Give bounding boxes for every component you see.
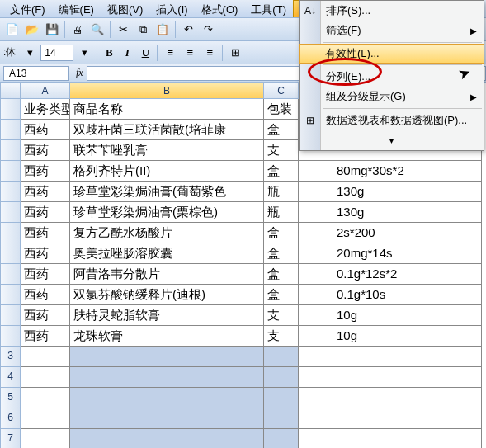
cell[interactable]: [21, 429, 70, 448]
fx-icon[interactable]: fx: [76, 67, 83, 79]
row-header[interactable]: [0, 182, 21, 202]
menu-item-分列[interactable]: 分列(E)...: [300, 67, 484, 87]
cell[interactable]: [70, 429, 264, 448]
cell[interactable]: 包装: [264, 99, 299, 120]
select-all-corner[interactable]: [0, 83, 21, 99]
row-header[interactable]: [0, 140, 21, 161]
cell[interactable]: 西药: [21, 182, 70, 202]
underline-button[interactable]: U: [137, 45, 153, 61]
cell[interactable]: [299, 202, 333, 223]
row-header[interactable]: [0, 243, 21, 264]
cell[interactable]: 20mg*14s: [333, 243, 482, 264]
row-header[interactable]: [0, 264, 21, 285]
copy-icon[interactable]: ⧉: [134, 21, 152, 39]
cell[interactable]: 支: [264, 140, 299, 161]
row-header[interactable]: 3: [0, 347, 21, 367]
cell[interactable]: 复方乙酰水杨酸片: [70, 223, 264, 243]
save-icon[interactable]: 💾: [43, 21, 61, 39]
cell[interactable]: 肤特灵蛇脂软膏: [70, 305, 264, 326]
cell[interactable]: [299, 285, 333, 305]
cell[interactable]: [299, 388, 333, 408]
cell[interactable]: 阿昔洛韦分散片: [70, 264, 264, 285]
row-header[interactable]: [0, 326, 21, 347]
column-header[interactable]: C: [264, 83, 299, 99]
cell[interactable]: [264, 367, 299, 388]
cell[interactable]: [333, 408, 482, 429]
cell[interactable]: 西药: [21, 161, 70, 182]
cell[interactable]: 西药: [21, 243, 70, 264]
cell[interactable]: [333, 429, 482, 448]
align-left-icon[interactable]: ≡: [161, 44, 179, 62]
menu-插入[interactable]: 插入(I): [149, 0, 194, 17]
cell[interactable]: 西药: [21, 305, 70, 326]
menu-expand-icon[interactable]: ▾: [300, 130, 484, 150]
cell[interactable]: 盒: [264, 161, 299, 182]
cell[interactable]: 西药: [21, 223, 70, 243]
cell[interactable]: 西药: [21, 120, 70, 140]
print-icon[interactable]: 🖨: [68, 21, 87, 39]
preview-icon[interactable]: 🔍: [88, 21, 106, 39]
column-header[interactable]: A: [21, 83, 70, 99]
menu-item-数据透视表和数据透视图[interactable]: ⊞数据透视表和数据透视图(P)...: [300, 111, 484, 130]
cell[interactable]: [21, 388, 70, 408]
cell[interactable]: 盒: [264, 264, 299, 285]
cell[interactable]: 0.1g*10s: [333, 285, 482, 305]
cell[interactable]: [264, 388, 299, 408]
cell[interactable]: [333, 367, 482, 388]
cell[interactable]: 130g: [333, 202, 482, 223]
menu-编辑[interactable]: 编辑(E): [52, 0, 101, 17]
row-header[interactable]: 6: [0, 408, 21, 429]
merge-icon[interactable]: ⊞: [226, 44, 244, 62]
row-header[interactable]: [0, 120, 21, 140]
row-header[interactable]: [0, 99, 21, 120]
cell[interactable]: 10g: [333, 305, 482, 326]
cell[interactable]: 盒: [264, 120, 299, 140]
cell[interactable]: [70, 347, 264, 367]
cell[interactable]: [333, 388, 482, 408]
cell[interactable]: 80mg*30s*2: [333, 161, 482, 182]
menu-文件[interactable]: 文件(F): [3, 0, 52, 17]
cell[interactable]: 珍草堂彩染焗油膏(葡萄紫色: [70, 182, 264, 202]
cell[interactable]: 0.1g*12s*2: [333, 264, 482, 285]
cell[interactable]: [299, 264, 333, 285]
redo-icon[interactable]: ↷: [199, 21, 217, 39]
font-size-dropdown-icon[interactable]: ▾: [75, 44, 93, 62]
open-icon[interactable]: 📂: [23, 21, 41, 39]
cell[interactable]: [70, 388, 264, 408]
menu-item-组及分级显示[interactable]: 组及分级显示(G)▶: [300, 87, 484, 106]
cell[interactable]: 双氯芬酸钠缓释片(迪根): [70, 285, 264, 305]
cell[interactable]: [299, 182, 333, 202]
cell[interactable]: 西药: [21, 285, 70, 305]
cell[interactable]: 西药: [21, 326, 70, 347]
menu-item-排序[interactable]: A↓排序(S)...: [300, 1, 484, 21]
cell[interactable]: 2s*200: [333, 223, 482, 243]
cell[interactable]: [70, 408, 264, 429]
italic-button[interactable]: I: [119, 45, 135, 61]
cell[interactable]: 西药: [21, 140, 70, 161]
menu-格式[interactable]: 格式(O): [195, 0, 245, 17]
cell[interactable]: [299, 347, 333, 367]
cell[interactable]: 支: [264, 326, 299, 347]
row-header[interactable]: [0, 305, 21, 326]
bold-button[interactable]: B: [101, 45, 117, 61]
cell[interactable]: [21, 347, 70, 367]
cell[interactable]: [299, 161, 333, 182]
row-header[interactable]: 4: [0, 367, 21, 388]
cell[interactable]: [264, 408, 299, 429]
name-box[interactable]: A13: [3, 66, 69, 81]
cell[interactable]: 130g: [333, 182, 482, 202]
cell[interactable]: 格列齐特片(II): [70, 161, 264, 182]
row-header[interactable]: [0, 285, 21, 305]
cell[interactable]: [264, 347, 299, 367]
menu-工具[interactable]: 工具(T): [244, 0, 293, 17]
paste-icon[interactable]: 📋: [153, 21, 172, 39]
cell[interactable]: 珍草堂彩染焗油膏(栗棕色): [70, 202, 264, 223]
cell[interactable]: [299, 326, 333, 347]
cell[interactable]: [21, 408, 70, 429]
cell[interactable]: [299, 367, 333, 388]
row-header[interactable]: [0, 161, 21, 182]
cell[interactable]: 盒: [264, 285, 299, 305]
column-header[interactable]: B: [70, 83, 264, 99]
cell[interactable]: 商品名称: [70, 99, 264, 120]
align-center-icon[interactable]: ≡: [181, 44, 199, 62]
